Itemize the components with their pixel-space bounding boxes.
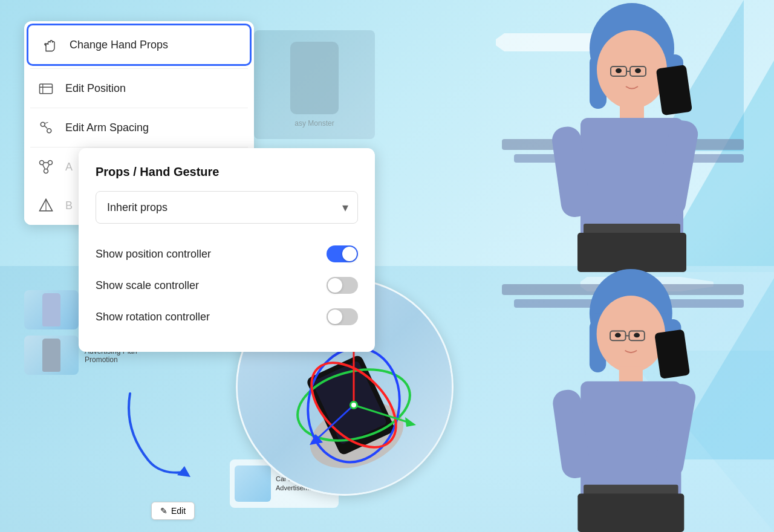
svg-point-39 xyxy=(47,129,51,133)
position-icon xyxy=(36,79,56,98)
svg-rect-33 xyxy=(577,493,684,532)
toggle-label-rotation: Show rotation controller xyxy=(96,311,210,323)
props-panel: Props / Hand Gesture Inherit props None … xyxy=(79,148,375,352)
toggle-knob-rotation xyxy=(328,310,342,324)
arm-icon xyxy=(36,118,56,137)
menu-label-edit-position: Edit Position xyxy=(65,82,126,95)
avatar-top xyxy=(417,0,756,272)
menu-label-edit-arm-spacing: Edit Arm Spacing xyxy=(65,122,149,134)
toggle-label-scale: Show scale controller xyxy=(96,279,199,292)
svg-line-40 xyxy=(45,122,48,123)
toggle-label-position: Show position controller xyxy=(96,248,211,261)
nodes-icon xyxy=(36,157,56,177)
fantasy-monster-card: asy Monster xyxy=(254,30,375,139)
toggle-rotation-controller[interactable] xyxy=(327,308,358,325)
hand-icon xyxy=(41,35,60,54)
svg-point-25 xyxy=(615,332,621,337)
toggle-knob-scale xyxy=(328,278,342,293)
toggle-knob-position xyxy=(342,247,357,261)
menu-label-nodes: A xyxy=(65,161,73,174)
svg-line-45 xyxy=(43,165,45,169)
svg-point-8 xyxy=(616,68,622,73)
svg-rect-15 xyxy=(656,65,692,115)
svg-rect-32 xyxy=(654,329,690,379)
svg-point-26 xyxy=(634,332,640,337)
svg-point-41 xyxy=(40,161,44,165)
svg-marker-59 xyxy=(405,417,416,427)
card-advertising-thumb xyxy=(24,336,79,375)
avatar-svg-top xyxy=(417,0,756,272)
toggle-row-rotation: Show rotation controller xyxy=(96,301,358,332)
svg-point-42 xyxy=(48,161,53,165)
triangle-icon xyxy=(36,196,56,215)
edit-button[interactable]: ✎ Edit xyxy=(151,502,195,520)
edit-icon: ✎ xyxy=(160,506,167,516)
menu-label-change-hand-props: Change Hand Props xyxy=(70,39,168,51)
menu-item-change-hand-props[interactable]: Change Hand Props xyxy=(27,24,252,66)
dropdown-wrapper: Inherit props None Smartphone Coffee Cup… xyxy=(96,191,358,224)
svg-point-63 xyxy=(351,403,356,407)
svg-point-4 xyxy=(597,30,667,109)
svg-rect-35 xyxy=(40,84,53,94)
svg-point-43 xyxy=(44,169,48,174)
menu-label-scene: B xyxy=(65,199,73,212)
svg-point-21 xyxy=(597,296,665,372)
arrow-annotation xyxy=(112,381,251,481)
menu-item-edit-arm-spacing[interactable]: Edit Arm Spacing xyxy=(24,108,254,147)
toggle-scale-controller[interactable] xyxy=(327,277,358,294)
svg-line-46 xyxy=(47,165,50,169)
svg-point-9 xyxy=(635,68,641,73)
toggle-position-controller[interactable] xyxy=(327,245,358,262)
arrow-svg xyxy=(112,381,251,478)
props-title: Props / Hand Gesture xyxy=(96,165,358,179)
avatar-svg-bottom xyxy=(417,266,756,532)
toggle-row-scale: Show scale controller xyxy=(96,270,358,301)
props-dropdown[interactable]: Inherit props None Smartphone Coffee Cup… xyxy=(96,191,358,224)
avatar-bottom xyxy=(417,266,756,532)
svg-point-38 xyxy=(41,122,45,126)
card-swimsuit-thumb xyxy=(24,290,79,329)
menu-item-edit-position[interactable]: Edit Position xyxy=(24,69,254,108)
toggle-row-position: Show position controller xyxy=(96,238,358,270)
